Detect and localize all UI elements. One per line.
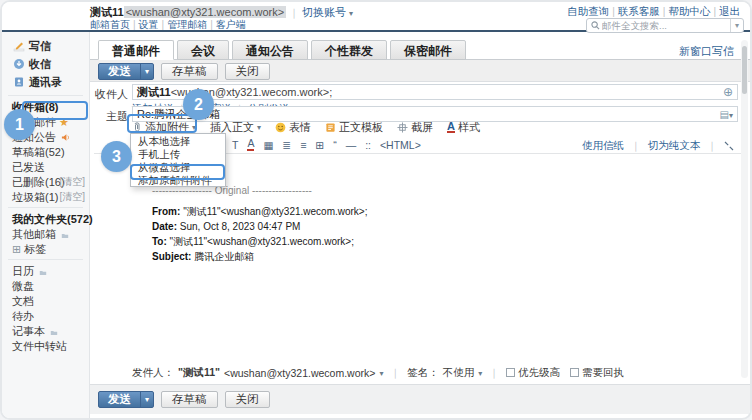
- priority-checkbox[interactable]: [506, 368, 515, 377]
- expand-plus-icon[interactable]: ⊞: [12, 243, 21, 255]
- sidebar-item-file-transfer[interactable]: 文件中转站: [2, 338, 89, 353]
- html-source-toggle[interactable]: <HTML>: [380, 139, 421, 151]
- scrollbar-track[interactable]: [741, 40, 748, 378]
- from-dropdown-icon[interactable]: ▾: [379, 369, 383, 378]
- menu-item-original-mail-attachment[interactable]: 添加原邮件附件: [131, 173, 225, 186]
- help-center-link[interactable]: 帮助中心: [668, 5, 710, 17]
- font-style-A-icon: A: [447, 121, 455, 133]
- sidebar-item-spam[interactable]: 垃圾箱(1)[清空]: [2, 189, 89, 204]
- subject-history-icon[interactable]: ▤▾: [720, 108, 733, 123]
- tab-meeting[interactable]: 会议: [177, 40, 229, 60]
- horizontal-rule-icon[interactable]: —: [346, 139, 357, 151]
- sidebar-item-notebook[interactable]: 记事本: [2, 323, 89, 338]
- sidebar: 写信 收信 通讯录 收件箱(8) 星标邮件 ★ 通知公告 草稿箱(52) 已发送…: [2, 32, 90, 418]
- inbox-arrow-icon: [12, 58, 25, 70]
- switch-account-link[interactable]: 切换账号: [302, 6, 346, 18]
- top-header: 测试11<wushan@xty321.wecom.work>｜切换账号 ▾ 邮箱…: [2, 2, 750, 30]
- nav-mail-home[interactable]: 邮箱首页: [90, 19, 130, 30]
- body-template-button[interactable]: 正文模板: [325, 120, 383, 135]
- send-options-caret-icon[interactable]: ▾: [140, 64, 153, 79]
- compose-toolbar-bottom: 发送▾ 存草稿 关闭: [90, 384, 750, 414]
- sidebar-item-tags[interactable]: ⊞ 标签: [2, 241, 89, 256]
- clear-spam-link[interactable]: [清空]: [59, 191, 85, 203]
- quoted-message: ------------------ Original ------------…: [152, 183, 368, 264]
- tab-personal-mass-send[interactable]: 个性群发: [311, 40, 387, 60]
- close-button-bottom[interactable]: 关闭: [225, 391, 270, 408]
- contact-support-link[interactable]: 联系客服: [618, 5, 660, 17]
- new-window-compose-link[interactable]: 新窗口写信: [679, 44, 734, 59]
- send-button-bottom[interactable]: 发送▾: [98, 391, 154, 408]
- sidebar-item-todo[interactable]: 待办: [2, 308, 89, 323]
- more-format-icon[interactable]: ::: [365, 139, 371, 151]
- insert-image-icon[interactable]: ▦: [263, 139, 273, 151]
- priority-option[interactable]: 优先级高: [506, 366, 560, 380]
- nav-settings[interactable]: 设置: [139, 19, 159, 30]
- nav-manage-mailbox[interactable]: 管理邮箱: [167, 19, 207, 30]
- logout-link[interactable]: 退出: [719, 5, 740, 17]
- font-size-icon[interactable]: T: [232, 139, 238, 151]
- sidebar-contacts[interactable]: 通讯录: [2, 74, 89, 92]
- list-icon[interactable]: ≡: [300, 139, 306, 151]
- quote-to-line: To: "测试11"<wushan@xty321.wecom.work>;: [152, 234, 368, 249]
- tab-normal-mail[interactable]: 普通邮件: [98, 40, 174, 60]
- compose-toolbar-top: 发送▾ 存草稿 关闭: [90, 59, 750, 82]
- use-stationery-link[interactable]: 使用信纸: [582, 139, 624, 153]
- font-color-icon[interactable]: A: [247, 139, 254, 151]
- sidebar-item-sent[interactable]: 已发送: [2, 159, 89, 174]
- self-service-link[interactable]: 自助查询: [567, 5, 609, 17]
- plain-text-link[interactable]: 切为纯文本: [648, 139, 701, 153]
- save-draft-button-bottom[interactable]: 存草稿: [161, 391, 218, 408]
- from-label: 发件人：: [132, 366, 174, 380]
- sidebar-item-my-folders[interactable]: 我的文件夹(572): [2, 211, 89, 226]
- account-name: 测试11: [90, 6, 124, 18]
- sidebar-item-docs[interactable]: 文档: [2, 293, 89, 308]
- receipt-option[interactable]: 需要回执: [570, 366, 624, 380]
- style-button[interactable]: A样式: [447, 120, 480, 135]
- send-button[interactable]: 发送▾: [98, 63, 154, 80]
- clear-deleted-link[interactable]: [清空]: [59, 176, 85, 188]
- sidebar-item-drafts[interactable]: 草稿箱(52): [2, 144, 89, 159]
- to-input[interactable]: 测试11<wushan@xty321.wecom.work>; ⊕: [132, 84, 738, 100]
- send-options-caret-icon[interactable]: ▾: [140, 392, 153, 407]
- scrollbar-thumb[interactable]: [742, 46, 747, 94]
- align-icon[interactable]: ≣: [282, 139, 291, 151]
- account-email: <wushan@xty321.wecom.work>: [124, 6, 287, 18]
- annotation-step-3: 3: [101, 141, 132, 172]
- folder-icon: [61, 232, 69, 239]
- tab-confidential-mail[interactable]: 保密邮件: [390, 40, 466, 60]
- to-label: 收件人: [94, 87, 128, 102]
- nav-client[interactable]: 客户端: [216, 19, 246, 30]
- search-box[interactable]: ▾: [586, 18, 744, 33]
- sidebar-receive[interactable]: 收信: [2, 56, 89, 74]
- menu-item-local-file[interactable]: 从本地选择: [131, 134, 225, 147]
- fullscreen-expand-icon[interactable]: [724, 141, 734, 151]
- search-scope-dropdown-icon[interactable]: ▾: [730, 19, 743, 32]
- search-input[interactable]: [600, 20, 730, 31]
- sidebar-item-drive[interactable]: 微盘: [2, 278, 89, 293]
- menu-item-phone-upload[interactable]: 手机上传: [131, 147, 225, 160]
- tab-notice[interactable]: 通知公告: [232, 40, 308, 60]
- annotation-step-2: 2: [183, 89, 214, 120]
- close-button[interactable]: 关闭: [225, 63, 270, 80]
- speaker-icon: [61, 133, 70, 142]
- emoji-button[interactable]: 表情: [275, 120, 311, 135]
- screenshot-crosshair-icon: [397, 122, 408, 133]
- attach-caret-icon: ▾: [192, 123, 196, 132]
- screenshot-button[interactable]: 截屏: [397, 120, 433, 135]
- contacts-book-icon: [12, 76, 25, 88]
- save-draft-button[interactable]: 存草稿: [161, 63, 218, 80]
- sidebar-compose[interactable]: 写信: [2, 38, 89, 56]
- add-recipient-icon[interactable]: ⊕: [723, 85, 733, 99]
- receipt-checkbox[interactable]: [570, 368, 579, 377]
- sidebar-item-deleted[interactable]: 已删除(16)[清空]: [2, 174, 89, 189]
- menu-item-from-drive[interactable]: 从微盘选择: [131, 160, 225, 173]
- recipient-chip-name[interactable]: 测试11: [137, 86, 171, 98]
- quick-links: 自助查询|联系客服|帮助中心|退出: [567, 5, 740, 19]
- sidebar-item-other-mail[interactable]: 其他邮箱: [2, 226, 89, 241]
- table-icon[interactable]: ⊞: [315, 139, 324, 151]
- sidebar-item-calendar[interactable]: 日历: [2, 263, 89, 278]
- signature-dropdown-icon[interactable]: ▾: [478, 369, 482, 378]
- quote-icon[interactable]: “: [333, 139, 337, 151]
- chevron-down-icon[interactable]: ▾: [349, 9, 353, 18]
- attachment-dropdown-menu: 从本地选择 手机上传 从微盘选择 添加原邮件附件: [130, 133, 226, 187]
